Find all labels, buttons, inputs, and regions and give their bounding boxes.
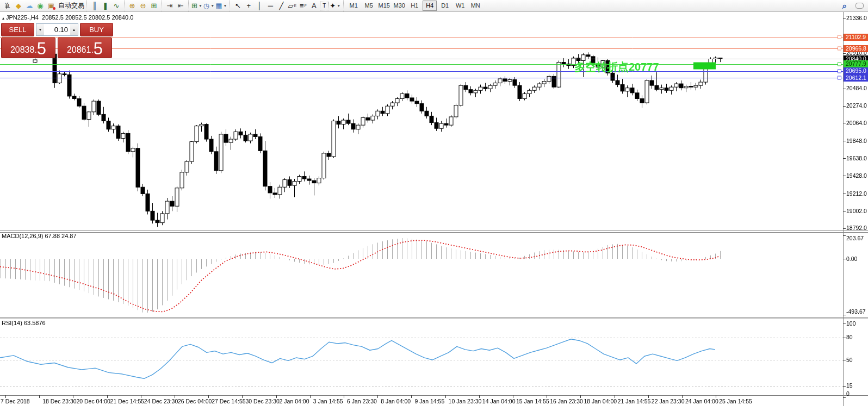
price-axis-tick: 20064.0 [846,120,867,126]
macd-scale-bottom: -493.67 [846,308,866,315]
volume-increase-button[interactable]: ▲ [70,24,78,35]
time-axis-label: 27 Dec 14:55 [212,398,245,404]
turning-point-annotation[interactable]: 多空转折点20777 [574,60,659,74]
time-axis-label: 3 Jan 14:55 [313,398,343,404]
rsi-scale-tick: 100 [846,320,856,327]
time-axis-label: 14 Jan 04:00 [482,398,516,404]
time-axis-label: 8 Jan 04:00 [381,398,411,404]
chart-canvas[interactable] [0,0,868,411]
price-axis-tick: 19212.0 [846,190,867,197]
time-axis-label: 18 Dec 23:30 [42,398,76,404]
time-axis-label: 9 Jan 14:55 [414,398,444,404]
time-axis-label: 7 Dec 2018 [1,398,30,404]
macd-indicator-label: MACD(12,26,9) 67.88 24.87 [2,233,77,239]
price-axis-tick: 20484.0 [846,85,867,91]
price-axis-tick: 20274.0 [846,102,867,109]
buy-price-big: 5 [94,40,103,57]
chart-title: ▴JPN225-,H4 20852.5 20852.5 20802.5 2084… [2,14,133,21]
time-axis-label: 18 Jan 04:00 [584,398,617,404]
time-axis-label: 21 Jan 14:55 [618,398,651,404]
price-axis-tick: 19848.0 [846,138,867,144]
time-axis-label: 20 Dec 04:00 [76,398,110,404]
price-axis-tick: 21336.0 [846,15,867,21]
rsi-scale-tick: 15 [846,382,853,389]
price-level-badge: 20695.0 [844,67,868,74]
sell-button[interactable]: SELL [1,23,34,36]
time-axis-label: 10 Jan 23:30 [449,398,482,404]
rsi-scale-tick: 50 [846,357,853,363]
volume-decrease-button[interactable]: ▼ [36,24,44,35]
sell-price-big: 5 [37,40,46,57]
rsi-scale-tick: 0 [846,390,850,397]
time-axis-label: 16 Jan 23:30 [550,398,583,404]
macd-scale-zero: 0.00 [846,256,857,262]
macd-scale-top: 203.67 [846,235,864,241]
buy-button[interactable]: BUY [80,23,113,36]
sell-price-display[interactable]: 20838.5 [1,38,55,58]
ohlc-readout: 20852.5 20852.5 20802.5 20840.0 [42,14,133,21]
time-axis-label: 6 Jan 23:30 [347,398,377,404]
symbol-period-label: JPN225-,H4 [6,14,39,21]
chart-window-icon: ▴ [2,16,4,21]
time-axis-label: 15 Jan 14:55 [516,398,549,404]
time-axis-label: 21 Dec 14:55 [110,398,144,404]
price-axis-tick: 18792.0 [846,225,867,231]
price-axis-tick: 19002.0 [846,208,867,214]
price-level-badge: 20777.9 [844,60,868,67]
rsi-indicator-label: RSI(14) 63.5876 [2,320,46,326]
price-axis-tick: 19428.0 [846,172,867,179]
time-axis-label: 22 Jan 23:30 [652,398,685,404]
buy-price-main: 20861 [67,45,91,55]
time-axis-label: 24 Jan 04:00 [685,398,718,404]
volume-input[interactable] [44,24,70,35]
mt4-window: 单◆☁◉▣自动交易║❚∿⊕⊖⊞⇥⇤⊞▼◷▼▦▼↖+│─╱▱E≡FAT✦▼M1M5… [0,0,868,411]
price-level-badge: 21102.9 [844,34,868,41]
one-click-trading-panel: SELL ▼ ▲ BUY 20838.5 20861.5 [1,23,113,58]
sell-price-main: 20838 [10,45,35,55]
time-axis-label: 25 Jan 14:55 [719,398,752,404]
volume-stepper: ▼ ▲ [36,23,78,36]
time-axis-label: 24 Dec 23:30 [144,398,178,404]
price-axis-tick: 19638.0 [846,155,867,161]
time-axis-label: 2 Jan 04:00 [280,398,309,404]
buy-price-display[interactable]: 20861.5 [58,38,112,58]
price-level-badge: 20612.1 [844,74,868,82]
time-axis-label: 30 Dec 23:30 [245,398,279,404]
price-level-badge: 20966.8 [844,45,868,52]
rsi-scale-tick: 80 [846,334,853,340]
time-axis-label: 26 Dec 04:00 [178,398,212,404]
